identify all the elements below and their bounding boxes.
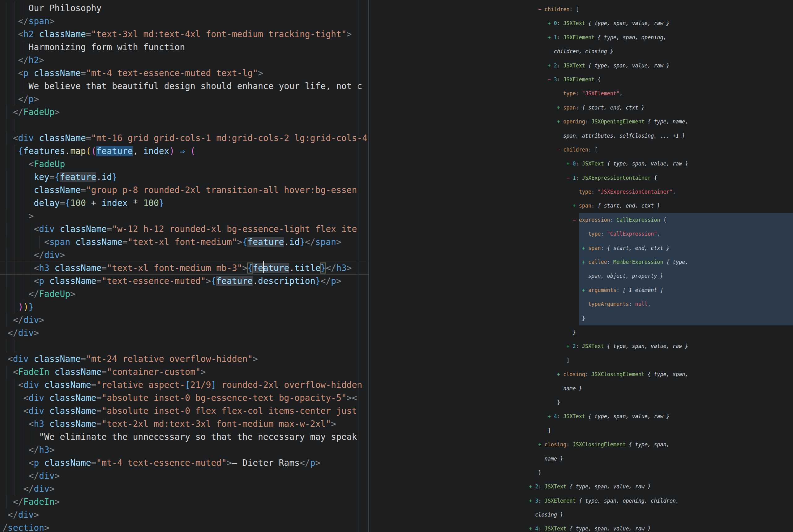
code-line-33[interactable]: <h3 className="text-2xl md:text-3xl font… <box>0 418 368 431</box>
ast-line-9[interactable]: + opening: JSXOpeningElement { type, nam… <box>529 115 793 129</box>
ast-line-26[interactable]: ] <box>529 354 793 367</box>
code-line-41[interactable]: /section> <box>0 521 368 532</box>
code-line-14[interactable]: key={feature.id} <box>0 171 368 184</box>
code-line-35[interactable]: </h3> <box>0 443 368 457</box>
ast-collapse-toggle[interactable]: − <box>538 6 541 12</box>
code-line-34[interactable]: "We eliminate the unnecessary so that th… <box>0 431 368 443</box>
code-line-12[interactable]: {features.map((feature, index) ⇒ ( <box>0 145 368 158</box>
ast-line-14[interactable]: type: "JSXExpressionContainer", <box>529 185 793 199</box>
ast-tree-pane[interactable]: − children: [ + 0: JSXText { type, span,… <box>369 0 793 532</box>
ast-collapse-toggle[interactable]: − <box>557 147 560 153</box>
ast-line-8[interactable]: + span: { start, end, ctxt } <box>529 101 793 115</box>
code-line-13[interactable]: <FadeUp <box>0 158 368 171</box>
code-line-25[interactable]: </div> <box>0 314 368 327</box>
code-line-22[interactable]: <p className="text-essence-muted">{featu… <box>0 275 368 288</box>
code-line-6[interactable]: <p className="mt-4 text-essence-muted te… <box>0 67 368 80</box>
ast-expand-toggle[interactable]: + <box>566 160 569 167</box>
code-line-11[interactable]: <div className="mt-16 grid grid-cols-1 m… <box>0 132 368 145</box>
ast-line-12[interactable]: + 0: JSXText { type, span, value, raw } <box>529 157 793 171</box>
code-line-3[interactable]: <h2 className="text-3xl md:text-4xl font… <box>0 28 368 41</box>
ast-collapse-toggle[interactable]: − <box>573 217 576 223</box>
ast-collapse-toggle[interactable]: − <box>566 175 569 181</box>
ast-line-13[interactable]: − 1: JSXExpressionContainer { <box>529 171 793 185</box>
code-line-28[interactable]: <div className="mt-24 relative overflow-… <box>0 353 368 366</box>
code-line-7[interactable]: We believe that beautiful design should … <box>0 80 368 93</box>
ast-collapse-toggle[interactable]: − <box>548 76 551 82</box>
ast-line-20[interactable]: span, object, property } <box>529 269 793 283</box>
ast-line-6[interactable]: − 3: JSXElement { <box>529 73 793 87</box>
ast-expand-toggle[interactable]: + <box>548 34 551 40</box>
ast-line-37[interactable]: closing } <box>529 508 793 522</box>
ast-line-33[interactable]: name } <box>529 452 793 466</box>
ast-line-21[interactable]: + arguments: [ 1 element ] <box>529 283 793 297</box>
code-line-5[interactable]: </h2> <box>0 54 368 67</box>
ast-line-1[interactable]: − children: [ <box>529 2 793 16</box>
ast-line-10[interactable]: span, attributes, selfClosing, ... +1 } <box>529 129 793 143</box>
code-line-32[interactable]: <div className="absolute inset-0 flex fl… <box>0 404 368 418</box>
ast-line-34[interactable]: } <box>529 466 793 480</box>
ast-line-7[interactable]: type: "JSXElement", <box>529 87 793 100</box>
ast-line-32[interactable]: + closing: JSXClosingElement { type, spa… <box>529 438 793 452</box>
code-line-24[interactable]: ))} <box>0 301 368 314</box>
code-line-4[interactable]: Harmonizing form with function <box>0 41 368 54</box>
code-line-40[interactable]: </div> <box>0 509 368 521</box>
ast-expand-toggle[interactable]: + <box>582 259 585 265</box>
ast-expand-toggle[interactable]: + <box>582 245 585 251</box>
ast-line-18[interactable]: + span: { start, end, ctxt } <box>529 241 793 255</box>
code-line-20[interactable]: </div> <box>0 249 368 262</box>
code-line-9[interactable]: </FadeUp> <box>0 106 368 119</box>
code-line-18[interactable]: <div className="w-12 h-12 rounded-xl bg-… <box>0 223 368 236</box>
ast-line-4[interactable]: children, closing } <box>529 44 793 58</box>
ast-line-35[interactable]: + 2: JSXText { type, span, value, raw } <box>529 480 793 494</box>
ast-line-29[interactable]: } <box>529 396 793 410</box>
ast-expand-toggle[interactable]: + <box>538 441 541 448</box>
ast-expand-toggle[interactable]: + <box>529 498 532 504</box>
code-line-8[interactable]: </p> <box>0 93 368 106</box>
ast-line-17[interactable]: type: "CallExpression", <box>529 227 793 241</box>
code-line-37[interactable]: </div> <box>0 470 368 482</box>
code-line-31[interactable]: <div className="absolute inset-0 bg-esse… <box>0 392 368 404</box>
code-line-10[interactable] <box>0 119 368 132</box>
code-line-1[interactable]: Our Philosophy <box>0 2 368 15</box>
ast-line-2[interactable]: + 0: JSXText { type, span, value, raw } <box>529 16 793 30</box>
code-line-26[interactable]: </div> <box>0 327 368 340</box>
ast-expand-toggle[interactable]: + <box>548 62 551 69</box>
ast-line-25[interactable]: + 2: JSXText { type, span, value, raw } <box>529 339 793 353</box>
code-line-15[interactable]: className="group p-8 rounded-2xl transit… <box>0 184 368 197</box>
ast-line-28[interactable]: name } <box>529 382 793 396</box>
code-line-23[interactable]: </FadeUp> <box>0 288 368 301</box>
jsx-editor-pane[interactable]: Our Philosophy </span> <h2 className="te… <box>0 0 368 532</box>
code-line-27[interactable] <box>0 340 368 353</box>
code-line-17[interactable]: > <box>0 210 368 223</box>
ast-expand-toggle[interactable]: + <box>557 371 560 377</box>
ast-line-5[interactable]: + 2: JSXText { type, span, value, raw } <box>529 59 793 73</box>
ast-expand-toggle[interactable]: + <box>573 203 576 209</box>
ast-line-30[interactable]: + 4: JSXText { type, span, value, raw } <box>529 410 793 423</box>
code-line-16[interactable]: delay={100 + index * 100} <box>0 197 368 210</box>
code-line-29[interactable]: <FadeIn className="container-custom"> <box>0 366 368 379</box>
ast-expand-toggle[interactable]: + <box>548 413 551 419</box>
ast-line-38[interactable]: + 4: JSXText { type, span, value, raw } <box>529 522 793 532</box>
code-line-2[interactable]: </span> <box>0 15 368 28</box>
ast-line-23[interactable]: } <box>529 311 793 325</box>
ast-line-27[interactable]: + closing: JSXClosingElement { type, spa… <box>529 367 793 381</box>
ast-line-15[interactable]: + span: { start, end, ctxt } <box>529 199 793 213</box>
ast-expand-toggle[interactable]: + <box>529 526 532 532</box>
code-line-36[interactable]: <p className="mt-4 text-essence-muted">—… <box>0 457 368 470</box>
ast-expand-toggle[interactable]: + <box>557 118 560 125</box>
code-line-21[interactable]: <h3 className="text-xl font-medium mb-3"… <box>0 262 368 275</box>
ast-expand-toggle[interactable]: + <box>566 343 569 349</box>
ast-line-24[interactable]: } <box>529 325 793 339</box>
ast-expand-toggle[interactable]: + <box>557 104 560 111</box>
code-line-38[interactable]: </div> <box>0 482 368 495</box>
ast-line-22[interactable]: typeArguments: null, <box>529 297 793 311</box>
ast-line-19[interactable]: + callee: MemberExpression { type, <box>529 255 793 269</box>
ast-line-11[interactable]: − children: [ <box>529 143 793 157</box>
code-line-19[interactable]: <span className="text-xl font-medium">{f… <box>0 236 368 249</box>
code-line-39[interactable]: </FadeIn> <box>0 495 368 509</box>
ast-line-16[interactable]: − expression: CallExpression { <box>529 213 793 227</box>
ast-expand-toggle[interactable]: + <box>548 20 551 26</box>
ast-expand-toggle[interactable]: + <box>582 287 585 293</box>
ast-line-3[interactable]: + 1: JSXElement { type, span, opening, <box>529 31 793 44</box>
ast-line-36[interactable]: + 3: JSXElement { type, span, opening, c… <box>529 494 793 508</box>
